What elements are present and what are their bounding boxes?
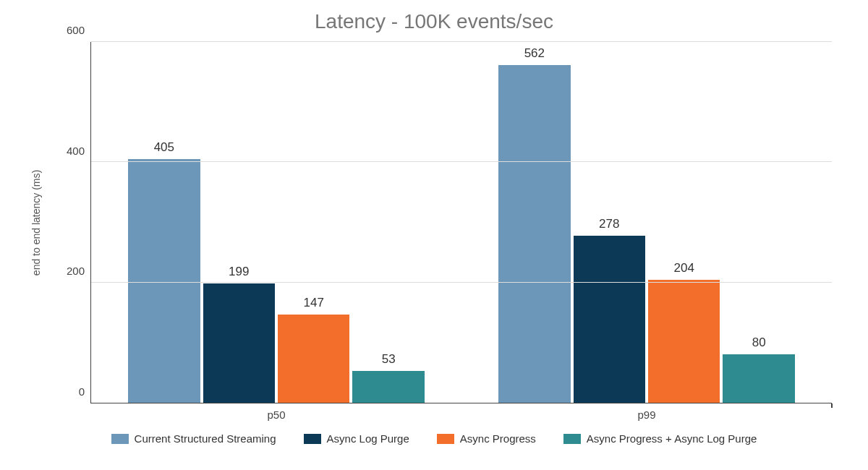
bar: 204 [648, 280, 720, 403]
legend-swatch [437, 434, 454, 444]
bar-value-label: 53 [382, 352, 396, 367]
bar-value-label: 204 [674, 261, 694, 275]
y-tick-label: 400 [67, 144, 85, 156]
plot-row: end to end latency (ms) 0200400600 40519… [22, 42, 846, 403]
axis-tick-right [831, 403, 833, 408]
bar-value-label: 147 [304, 296, 324, 310]
bar: 53 [352, 371, 424, 403]
legend-swatch [111, 434, 129, 444]
latency-chart: Latency - 100K events/sec end to end lat… [0, 0, 868, 470]
bar: 147 [278, 315, 349, 403]
right-gutter [832, 42, 846, 403]
bar: 199 [203, 283, 275, 403]
bar: 80 [723, 354, 794, 403]
legend-label: Current Structured Streaming [135, 432, 276, 445]
legend-label: Async Progress + Async Log Purge [587, 432, 757, 445]
bar-value-label: 80 [752, 336, 766, 350]
y-tick-label: 200 [67, 265, 85, 277]
grid-line [91, 282, 832, 283]
bar-group: 56227820480p99 [461, 42, 832, 403]
legend-label: Async Progress [460, 432, 536, 445]
grid-line [91, 161, 832, 162]
legend: Current Structured StreamingAsync Log Pu… [22, 432, 846, 445]
legend-item: Async Progress + Async Log Purge [563, 432, 757, 445]
y-axis-label: end to end latency (ms) [30, 170, 42, 275]
bar-group: 40519914753p50 [91, 42, 461, 403]
grid-line [91, 41, 832, 42]
chart-title: Latency - 100K events/sec [22, 10, 846, 33]
legend-item: Async Log Purge [304, 432, 409, 445]
legend-label: Async Log Purge [327, 432, 409, 445]
legend-swatch [563, 434, 581, 444]
bar-value-label: 278 [599, 217, 619, 231]
y-tick-label: 0 [79, 385, 85, 398]
bar-value-label: 199 [229, 265, 249, 279]
legend-item: Current Structured Streaming [111, 432, 276, 445]
bar-value-label: 405 [154, 140, 174, 155]
category-label: p50 [267, 409, 285, 421]
category-label: p99 [637, 409, 655, 421]
plot-area: 40519914753p5056227820480p99 [90, 42, 832, 403]
bar-groups: 40519914753p5056227820480p99 [91, 42, 832, 403]
legend-swatch [304, 434, 321, 444]
bar: 405 [128, 159, 200, 403]
bar: 562 [498, 65, 570, 403]
ylabel-col: end to end latency (ms) [22, 42, 51, 403]
y-ticks: 0200400600 [51, 42, 90, 403]
legend-item: Async Progress [437, 432, 536, 445]
bar: 278 [574, 236, 645, 403]
y-tick-label: 600 [67, 24, 85, 36]
bar-value-label: 562 [524, 46, 545, 61]
